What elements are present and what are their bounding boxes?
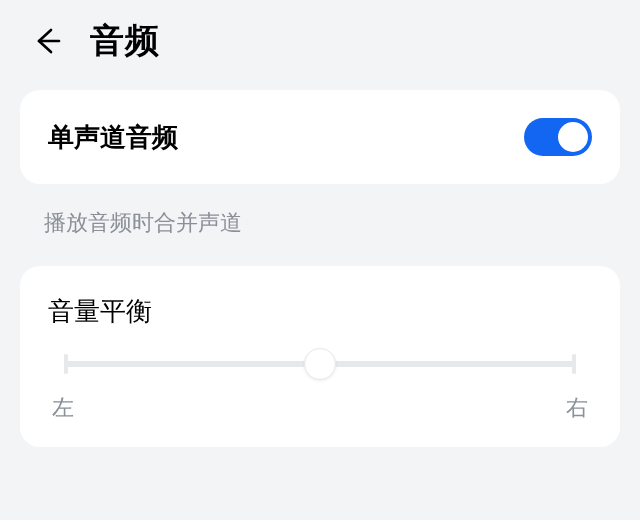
volume-balance-slider[interactable] [48,361,592,367]
mono-audio-description: 播放音频时合并声道 [44,208,596,238]
volume-balance-title: 音量平衡 [48,294,592,329]
slider-labels: 左 右 [48,393,592,423]
header: 音频 [0,0,640,90]
slider-right-label: 右 [566,393,588,423]
back-icon[interactable] [32,26,62,56]
mono-audio-toggle[interactable] [524,118,592,156]
slider-endcap-right [572,354,576,374]
mono-audio-label: 单声道音频 [48,120,178,155]
mono-audio-row: 单声道音频 [48,118,592,156]
slider-endcap-left [64,354,68,374]
slider-thumb[interactable] [304,348,336,380]
slider-left-label: 左 [52,393,74,423]
volume-balance-card: 音量平衡 左 右 [20,266,620,447]
toggle-knob [558,122,588,152]
page-title: 音频 [90,18,160,64]
mono-audio-card: 单声道音频 [20,90,620,184]
